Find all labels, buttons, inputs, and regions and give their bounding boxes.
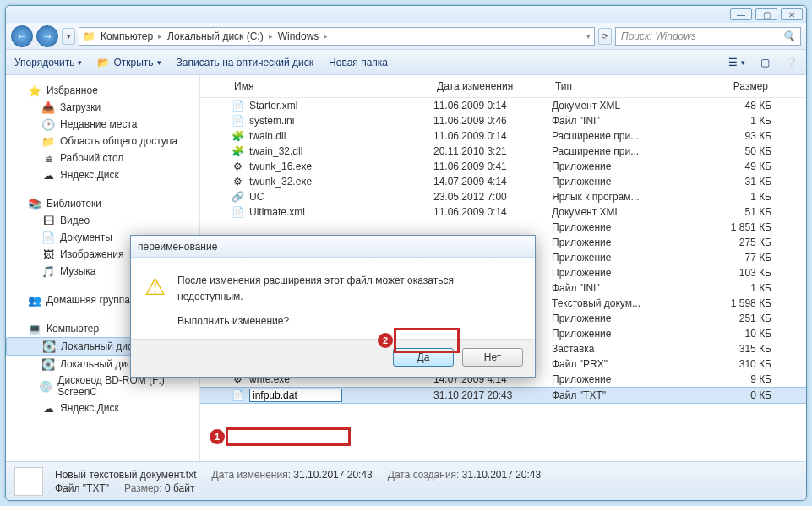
forward-button[interactable]: → <box>36 25 58 47</box>
preview-button[interactable]: ▢ <box>760 57 770 68</box>
history-dropdown[interactable]: ▾ <box>62 28 75 45</box>
file-date: 11.06.2009 0:41 <box>433 161 552 172</box>
computer-icon: 💻 <box>28 322 41 335</box>
file-size: 1 КБ <box>687 191 771 203</box>
warning-icon: ⚠ <box>144 273 166 330</box>
file-row[interactable]: 📄 31.10.2017 20:43 Файл "TXT" 0 КБ <box>200 387 806 404</box>
drive-icon: 💽 <box>41 357 55 371</box>
file-type: Расширение при... <box>552 130 687 142</box>
file-type: Файл "INI" <box>552 282 687 294</box>
file-type: Приложение <box>552 237 687 248</box>
sidebar-item[interactable]: ☁Яндекс.Диск <box>6 400 199 416</box>
rename-input[interactable] <box>249 389 342 402</box>
file-row[interactable]: 📄Ultimate.xml 11.06.2009 0:14 Документ X… <box>200 204 806 220</box>
file-type: Приложение <box>552 252 687 264</box>
file-icon: 📄 <box>231 99 244 112</box>
titlebar: — ▢ ✕ <box>6 6 806 23</box>
file-size: 251 КБ <box>687 313 771 324</box>
refresh-button[interactable]: ⟳ <box>598 28 612 45</box>
sidebar-item[interactable]: 📁Область общего доступа <box>6 133 199 150</box>
file-type: Документ XML <box>552 206 687 218</box>
file-type: Приложение <box>552 221 687 233</box>
file-row[interactable]: 🧩twain.dll 11.06.2009 0:14 Расширение пр… <box>200 128 806 144</box>
file-icon: ⚙ <box>231 175 244 188</box>
file-name: twunk_16.exe <box>249 161 312 172</box>
newfolder-button[interactable]: Новая папка <box>329 57 388 68</box>
file-type: Документ XML <box>552 100 687 112</box>
file-name: Ultimate.xml <box>249 206 305 218</box>
col-type[interactable]: Тип <box>552 79 687 94</box>
minimize-button[interactable]: — <box>730 8 752 20</box>
close-button[interactable]: ✕ <box>781 8 803 20</box>
sidebar-item[interactable]: 📥Загрузки <box>6 99 199 116</box>
file-name: system.ini <box>249 115 294 127</box>
file-size: 48 КБ <box>687 100 771 112</box>
file-row[interactable]: Приложение 1 851 КБ <box>200 220 806 235</box>
file-row[interactable]: 🔗UC 23.05.2012 7:00 Ярлык к програм... 1… <box>200 189 806 204</box>
maximize-button[interactable]: ▢ <box>755 8 777 20</box>
open-button[interactable]: 📂Открыть ▾ <box>97 57 161 68</box>
file-type: Файл "INI" <box>552 115 687 127</box>
file-row[interactable]: 🧩twain_32.dll 20.11.2010 3:21 Расширение… <box>200 144 806 159</box>
file-name: twunk_32.exe <box>249 176 312 188</box>
file-size: 0 КБ <box>687 389 771 401</box>
file-date: 14.07.2009 4:14 <box>433 176 552 188</box>
file-size: 10 КБ <box>687 328 771 340</box>
yadisk-icon: ☁ <box>41 401 55 415</box>
sidebar-item[interactable]: ☁Яндекс.Диск <box>6 166 199 183</box>
file-date: 11.06.2009 0:14 <box>433 100 552 112</box>
file-row[interactable]: 📄Starter.xml 11.06.2009 0:14 Документ XM… <box>200 98 806 113</box>
status-bar: Новый текстовый документ.txt Дата измене… <box>6 461 806 500</box>
folder-icon: 📁 <box>83 30 95 42</box>
recent-icon: 🕑 <box>41 117 55 131</box>
file-type: Заставка <box>552 343 687 355</box>
file-size: 9 КБ <box>687 373 771 385</box>
sidebar-item[interactable]: 🕑Недавние места <box>6 116 199 133</box>
open-icon: 📂 <box>97 57 110 68</box>
file-size: 103 КБ <box>687 267 771 279</box>
file-size: 275 КБ <box>687 237 771 248</box>
library-icon: 📚 <box>28 197 41 210</box>
file-icon <box>231 220 244 234</box>
file-icon: 📄 <box>231 389 244 402</box>
yadisk-icon: ☁ <box>41 168 55 182</box>
addr-dropdown[interactable]: ▾ <box>586 32 591 41</box>
sidebar-item[interactable]: 🖥Рабочий стол <box>6 150 199 166</box>
sidebar-libraries[interactable]: 📚Библиотеки <box>6 195 199 212</box>
organize-button[interactable]: Упорядочить ▾ <box>14 57 82 68</box>
file-type: Приложение <box>552 373 687 385</box>
drive-icon: 💽 <box>42 340 56 353</box>
file-size: 93 КБ <box>687 130 771 142</box>
breadcrumb-seg[interactable]: Локальный диск (C:) <box>166 30 265 42</box>
breadcrumb-seg[interactable]: Компьютер <box>99 30 155 42</box>
file-row[interactable]: 📄system.ini 11.06.2009 0:46 Файл "INI" 1… <box>200 113 806 128</box>
file-date: 11.06.2009 0:14 <box>433 206 552 218</box>
file-icon: 📄 <box>231 205 244 219</box>
homegroup-icon: 👥 <box>28 293 41 307</box>
view-button[interactable]: ☰ ▾ <box>728 57 745 68</box>
file-size: 310 КБ <box>687 358 771 370</box>
file-type: Файл "PRX" <box>552 358 687 370</box>
bdrom-icon: 💿 <box>39 379 52 393</box>
file-type: Приложение <box>552 313 687 324</box>
sidebar-favorites[interactable]: ⭐Избранное <box>6 82 199 99</box>
breadcrumb-seg[interactable]: Windows <box>276 30 321 42</box>
address-bar[interactable]: 📁 Компьютер▸ Локальный диск (C:)▸ Window… <box>79 27 595 46</box>
sidebar-item[interactable]: 🎞Видео <box>6 212 199 229</box>
file-icon: 🔗 <box>231 190 244 204</box>
file-size: 1 598 КБ <box>687 297 771 309</box>
file-row[interactable]: ⚙twunk_16.exe 11.06.2009 0:41 Приложение… <box>200 159 806 174</box>
rename-dialog: переименование ⚠ После изменения расшире… <box>130 235 536 378</box>
file-icon: 📄 <box>231 114 244 128</box>
help-button[interactable]: ❔ <box>785 57 798 68</box>
col-size[interactable]: Размер <box>687 79 771 94</box>
search-input[interactable]: Поиск: Windows 🔍 <box>615 27 801 46</box>
col-date[interactable]: Дата изменения <box>433 79 552 94</box>
col-name[interactable]: Имя <box>231 79 433 94</box>
no-button[interactable]: Нет <box>462 348 523 367</box>
burn-button[interactable]: Записать на оптический диск <box>177 57 314 68</box>
file-row[interactable]: ⚙twunk_32.exe 14.07.2009 4:14 Приложение… <box>200 174 806 189</box>
column-headers[interactable]: Имя Дата изменения Тип Размер <box>200 75 806 98</box>
file-size: 1 КБ <box>687 282 771 294</box>
back-button[interactable]: ← <box>11 25 33 47</box>
